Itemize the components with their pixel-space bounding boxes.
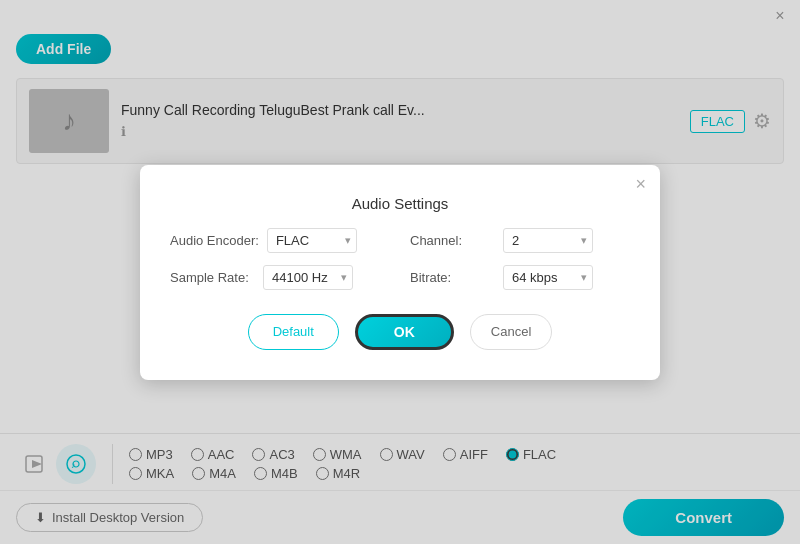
encoder-label: Audio Encoder:	[170, 233, 259, 248]
dialog-overlay: × Audio Settings Audio Encoder: FLAC MP3…	[0, 0, 800, 544]
bitrate-select-wrapper: 64 kbps 128 kbps 192 kbps 320 kbps	[503, 265, 593, 290]
bitrate-row: Bitrate: 64 kbps 128 kbps 192 kbps 320 k…	[410, 265, 630, 290]
bitrate-label: Bitrate:	[410, 270, 495, 285]
ok-button[interactable]: OK	[355, 314, 454, 350]
channel-row: Channel: 2 1	[410, 228, 630, 253]
channel-select-wrapper: 2 1	[503, 228, 593, 253]
dialog-close-button[interactable]: ×	[635, 175, 646, 193]
dialog-footer: Default OK Cancel	[170, 314, 630, 360]
sample-rate-select-wrapper: 44100 Hz 22050 Hz 48000 Hz	[263, 265, 353, 290]
sample-rate-label: Sample Rate:	[170, 270, 255, 285]
default-button[interactable]: Default	[248, 314, 339, 350]
dialog-title: Audio Settings	[140, 193, 660, 228]
channel-label: Channel:	[410, 233, 495, 248]
sample-rate-row: Sample Rate: 44100 Hz 22050 Hz 48000 Hz	[170, 265, 390, 290]
encoder-select[interactable]: FLAC MP3 AAC WAV	[267, 228, 357, 253]
main-window: × Add File ♪ Funny Call Recording Telugu…	[0, 0, 800, 544]
dialog-title-bar: ×	[140, 165, 660, 193]
settings-grid: Audio Encoder: FLAC MP3 AAC WAV Cha	[170, 228, 630, 290]
encoder-row: Audio Encoder: FLAC MP3 AAC WAV	[170, 228, 390, 253]
bitrate-select[interactable]: 64 kbps 128 kbps 192 kbps 320 kbps	[503, 265, 593, 290]
dialog-body: Audio Encoder: FLAC MP3 AAC WAV Cha	[140, 228, 660, 380]
encoder-select-wrapper: FLAC MP3 AAC WAV	[267, 228, 357, 253]
audio-settings-dialog: × Audio Settings Audio Encoder: FLAC MP3…	[140, 165, 660, 380]
sample-rate-select[interactable]: 44100 Hz 22050 Hz 48000 Hz	[263, 265, 353, 290]
channel-select[interactable]: 2 1	[503, 228, 593, 253]
cancel-button[interactable]: Cancel	[470, 314, 552, 350]
